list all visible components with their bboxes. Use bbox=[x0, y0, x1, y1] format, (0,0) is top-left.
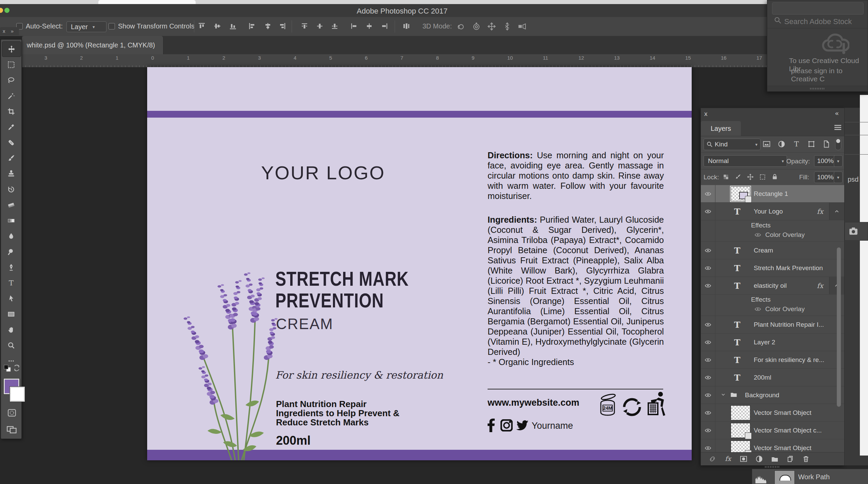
pen-tool[interactable] bbox=[1, 260, 21, 275]
stock-search-input[interactable]: Search Adobe Stock bbox=[784, 17, 852, 26]
quick-mask-icon[interactable] bbox=[7, 408, 17, 417]
opacity-chevron[interactable]: ▾ bbox=[834, 155, 843, 167]
align-vertical-centers-icon[interactable] bbox=[213, 22, 221, 30]
document-tab[interactable]: white.psd @ 100% (Rectangle 1, CMYK/8) bbox=[22, 36, 163, 54]
layer-row[interactable]: TLayer 2 bbox=[701, 334, 844, 351]
show-transform-checkbox[interactable] bbox=[108, 23, 115, 29]
collapse-effects-button[interactable] bbox=[829, 203, 844, 220]
zoom-tool[interactable] bbox=[1, 338, 21, 353]
lock-transparency-icon[interactable] bbox=[723, 174, 729, 180]
dodge-tool[interactable] bbox=[1, 244, 21, 260]
visibility-toggle[interactable] bbox=[701, 439, 715, 452]
visibility-toggle[interactable] bbox=[701, 404, 715, 421]
layer-row[interactable]: Rectangle 1 bbox=[701, 185, 844, 203]
auto-select-dropdown[interactable]: Layer ▾ bbox=[66, 21, 106, 32]
path-selection-tool[interactable] bbox=[1, 291, 21, 306]
eyedropper-tool[interactable] bbox=[1, 119, 21, 135]
layers-scrollbar[interactable] bbox=[837, 247, 841, 407]
layer-row[interactable]: TFor skin resiliency & re... bbox=[701, 351, 844, 369]
visibility-toggle[interactable] bbox=[701, 422, 715, 439]
3d-rotate-icon[interactable] bbox=[456, 22, 465, 31]
lasso-tool[interactable] bbox=[1, 73, 21, 88]
align-bottom-edges-icon[interactable] bbox=[229, 22, 237, 30]
lock-artboard-icon[interactable] bbox=[759, 174, 766, 180]
cc-top-field[interactable] bbox=[772, 2, 864, 15]
panel-menu-icon[interactable] bbox=[834, 124, 842, 131]
magic-wand-tool[interactable] bbox=[1, 88, 21, 104]
hand-tool[interactable] bbox=[1, 322, 21, 338]
visibility-toggle[interactable] bbox=[701, 386, 715, 404]
layer-thumbnail[interactable] bbox=[731, 441, 750, 452]
layer-row[interactable]: TStretch Mark Prevention bbox=[701, 259, 844, 277]
distribute-top-edges-icon[interactable] bbox=[300, 22, 309, 30]
3d-slide-icon[interactable] bbox=[503, 22, 512, 31]
distribute-horizontal-centers-icon[interactable] bbox=[365, 22, 373, 30]
tools-collapse-button[interactable]: » bbox=[11, 28, 14, 34]
add-mask-icon[interactable] bbox=[739, 455, 748, 463]
blur-tool[interactable] bbox=[1, 228, 21, 244]
layers-collapse-button[interactable]: « bbox=[835, 109, 839, 117]
visibility-toggle[interactable] bbox=[701, 242, 715, 259]
camera-icon[interactable] bbox=[848, 227, 859, 236]
fill-chevron[interactable]: ▾ bbox=[834, 172, 843, 183]
move-tool[interactable] bbox=[2, 41, 21, 57]
document-canvas[interactable]: YOUR LOGO STRETCH MARK PREVENTION CREAM … bbox=[147, 67, 692, 460]
filter-type-filter-icon[interactable]: T bbox=[792, 140, 801, 148]
crop-tool[interactable] bbox=[1, 104, 21, 119]
visibility-toggle[interactable] bbox=[701, 185, 715, 202]
filter-smart-object-icon[interactable] bbox=[822, 140, 830, 148]
effect-visibility-toggle[interactable] bbox=[754, 231, 762, 238]
brush-tool[interactable] bbox=[1, 150, 21, 166]
spot-healing-tool[interactable] bbox=[1, 135, 21, 150]
layer-row[interactable]: TYour Logofx bbox=[701, 203, 844, 220]
visibility-toggle[interactable] bbox=[701, 203, 715, 220]
histogram-icon[interactable] bbox=[755, 474, 767, 483]
align-horizontal-centers-icon[interactable] bbox=[264, 22, 272, 30]
align-top-edges-icon[interactable] bbox=[198, 22, 206, 30]
new-group-icon[interactable] bbox=[771, 455, 779, 463]
layer-style-icon[interactable]: fx bbox=[724, 455, 732, 463]
opacity-value[interactable]: 100% bbox=[814, 155, 836, 167]
layer-thumbnail[interactable] bbox=[731, 405, 750, 420]
delete-layer-icon[interactable] bbox=[802, 455, 810, 463]
filter-image-icon[interactable] bbox=[763, 140, 771, 148]
layer-thumbnail[interactable] bbox=[731, 186, 750, 201]
link-layers-icon[interactable] bbox=[708, 455, 716, 463]
new-layer-icon[interactable] bbox=[786, 455, 794, 463]
screen-mode-icon[interactable] bbox=[6, 424, 18, 434]
tab-layers[interactable]: Layers bbox=[701, 121, 741, 136]
distribute-bottom-edges-icon[interactable] bbox=[331, 22, 339, 30]
3d-roll-icon[interactable] bbox=[472, 22, 481, 31]
distribute-vertical-centers-icon[interactable] bbox=[316, 22, 324, 30]
layer-row[interactable]: Telasticity oilfx bbox=[701, 277, 844, 295]
tools-close-button[interactable]: x bbox=[3, 28, 5, 34]
visibility-toggle[interactable] bbox=[701, 316, 715, 333]
effect-visibility-toggle[interactable] bbox=[754, 306, 762, 312]
background-color-swatch[interactable] bbox=[10, 387, 25, 402]
clone-stamp-tool[interactable] bbox=[1, 166, 21, 182]
layer-row[interactable]: Vector Smart Object bbox=[701, 404, 844, 422]
filter-toggle[interactable] bbox=[835, 138, 841, 150]
adjustment-layer-icon[interactable] bbox=[755, 455, 763, 463]
visibility-toggle[interactable] bbox=[701, 351, 715, 368]
effect-color-overlay[interactable]: Color Overlay bbox=[754, 231, 805, 239]
layers-close-button[interactable]: x bbox=[704, 110, 708, 118]
filter-kind-dropdown[interactable]: Kind ▾ bbox=[704, 139, 761, 150]
history-brush-tool[interactable] bbox=[1, 182, 21, 197]
layer-row[interactable]: Vector Smart Object c... bbox=[701, 422, 844, 439]
distribute-right-edges-icon[interactable] bbox=[380, 22, 389, 30]
align-right-edges-icon[interactable] bbox=[278, 22, 286, 30]
distribute-spacing-icon[interactable] bbox=[402, 22, 410, 30]
visibility-toggle[interactable] bbox=[701, 277, 715, 294]
hidden-document-tab[interactable]: psd bbox=[848, 176, 859, 183]
3d-scale-icon[interactable] bbox=[517, 22, 527, 31]
marquee-tool[interactable] bbox=[1, 57, 21, 73]
layer-thumbnail[interactable] bbox=[731, 423, 750, 438]
filter-shape-icon[interactable] bbox=[807, 140, 815, 148]
eraser-tool[interactable] bbox=[1, 197, 21, 213]
gradient-tool[interactable] bbox=[1, 213, 21, 228]
align-left-edges-icon[interactable] bbox=[248, 22, 256, 30]
layer-row[interactable]: Background bbox=[701, 386, 844, 404]
distribute-left-edges-icon[interactable] bbox=[350, 22, 358, 30]
type-tool[interactable]: T bbox=[1, 275, 21, 291]
